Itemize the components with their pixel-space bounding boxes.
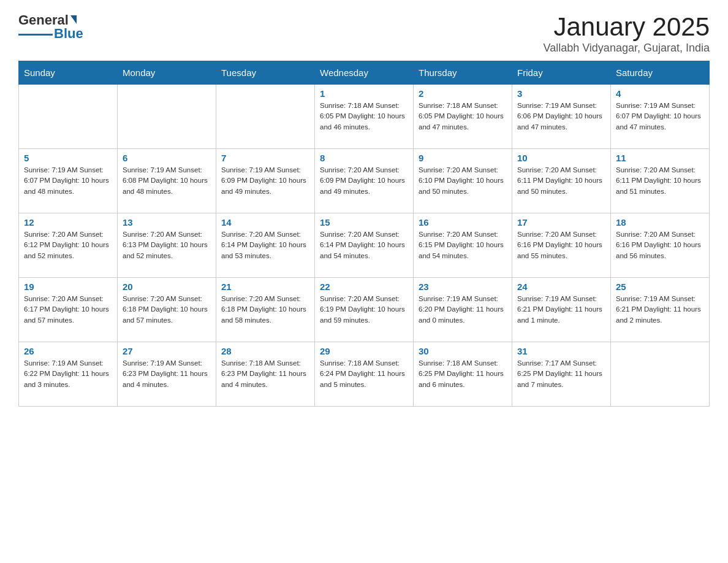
day-info: Sunrise: 7:20 AM Sunset: 6:14 PM Dayligh…: [320, 229, 408, 261]
day-info: Sunrise: 7:19 AM Sunset: 6:07 PM Dayligh…: [616, 101, 704, 132]
calendar-cell: 17Sunrise: 7:20 AM Sunset: 6:16 PM Dayli…: [512, 213, 611, 278]
day-number: 12: [24, 217, 112, 228]
calendar-cell: 16Sunrise: 7:20 AM Sunset: 6:15 PM Dayli…: [414, 213, 512, 278]
day-info: Sunrise: 7:18 AM Sunset: 6:05 PM Dayligh…: [320, 101, 408, 132]
day-number: 24: [517, 282, 605, 292]
day-info: Sunrise: 7:19 AM Sunset: 6:22 PM Dayligh…: [24, 358, 112, 390]
day-info: Sunrise: 7:20 AM Sunset: 6:11 PM Dayligh…: [616, 165, 704, 197]
day-info: Sunrise: 7:19 AM Sunset: 6:21 PM Dayligh…: [616, 294, 704, 326]
day-number: 14: [221, 217, 309, 228]
calendar-table: SundayMondayTuesdayWednesdayThursdayFrid…: [18, 61, 710, 407]
calendar-cell: 23Sunrise: 7:19 AM Sunset: 6:20 PM Dayli…: [414, 278, 512, 342]
calendar-cell: 30Sunrise: 7:18 AM Sunset: 6:25 PM Dayli…: [414, 342, 512, 407]
calendar-cell: [216, 85, 315, 149]
calendar-cell: 13Sunrise: 7:20 AM Sunset: 6:13 PM Dayli…: [118, 213, 216, 278]
day-info: Sunrise: 7:18 AM Sunset: 6:25 PM Dayligh…: [419, 358, 507, 390]
calendar-cell: 2Sunrise: 7:18 AM Sunset: 6:05 PM Daylig…: [414, 85, 512, 149]
day-info: Sunrise: 7:19 AM Sunset: 6:07 PM Dayligh…: [24, 165, 112, 197]
calendar-cell: 19Sunrise: 7:20 AM Sunset: 6:17 PM Dayli…: [19, 278, 118, 342]
day-info: Sunrise: 7:18 AM Sunset: 6:05 PM Dayligh…: [419, 101, 507, 132]
day-info: Sunrise: 7:20 AM Sunset: 6:14 PM Dayligh…: [221, 229, 309, 261]
calendar-cell: 3Sunrise: 7:19 AM Sunset: 6:06 PM Daylig…: [512, 85, 611, 149]
day-number: 10: [517, 153, 605, 163]
calendar-cell: 1Sunrise: 7:18 AM Sunset: 6:05 PM Daylig…: [315, 85, 414, 149]
day-info: Sunrise: 7:19 AM Sunset: 6:09 PM Dayligh…: [221, 165, 309, 197]
title-section: January 2025 Vallabh Vidyanagar, Gujarat…: [543, 12, 710, 55]
calendar-cell: 8Sunrise: 7:20 AM Sunset: 6:09 PM Daylig…: [315, 149, 414, 213]
day-info: Sunrise: 7:20 AM Sunset: 6:11 PM Dayligh…: [517, 165, 605, 197]
day-number: 19: [24, 282, 112, 292]
day-info: Sunrise: 7:19 AM Sunset: 6:20 PM Dayligh…: [419, 294, 507, 326]
day-info: Sunrise: 7:20 AM Sunset: 6:10 PM Dayligh…: [419, 165, 507, 197]
day-number: 4: [616, 88, 704, 99]
day-number: 15: [320, 217, 408, 228]
calendar-cell: 25Sunrise: 7:19 AM Sunset: 6:21 PM Dayli…: [611, 278, 710, 342]
day-number: 22: [320, 282, 408, 292]
day-number: 29: [320, 346, 408, 356]
day-number: 3: [517, 88, 605, 99]
page-header: General Blue January 2025 Vallabh Vidyan…: [18, 12, 710, 55]
calendar-cell: 10Sunrise: 7:20 AM Sunset: 6:11 PM Dayli…: [512, 149, 611, 213]
day-number: 28: [221, 346, 309, 356]
calendar-cell: 31Sunrise: 7:17 AM Sunset: 6:25 PM Dayli…: [512, 342, 611, 407]
calendar-cell: 11Sunrise: 7:20 AM Sunset: 6:11 PM Dayli…: [611, 149, 710, 213]
calendar-cell: 14Sunrise: 7:20 AM Sunset: 6:14 PM Dayli…: [216, 213, 315, 278]
day-info: Sunrise: 7:19 AM Sunset: 6:08 PM Dayligh…: [123, 165, 211, 197]
calendar-cell: [118, 85, 216, 149]
day-info: Sunrise: 7:20 AM Sunset: 6:09 PM Dayligh…: [320, 165, 408, 197]
calendar-cell: 26Sunrise: 7:19 AM Sunset: 6:22 PM Dayli…: [19, 342, 118, 407]
day-header-tuesday: Tuesday: [216, 61, 315, 85]
calendar-cell: 20Sunrise: 7:20 AM Sunset: 6:18 PM Dayli…: [118, 278, 216, 342]
day-info: Sunrise: 7:19 AM Sunset: 6:06 PM Dayligh…: [517, 101, 605, 132]
calendar-cell: [19, 85, 118, 149]
day-header-wednesday: Wednesday: [315, 61, 414, 85]
day-number: 2: [419, 88, 507, 99]
calendar-cell: 15Sunrise: 7:20 AM Sunset: 6:14 PM Dayli…: [315, 213, 414, 278]
day-number: 7: [221, 153, 309, 163]
calendar-cell: 5Sunrise: 7:19 AM Sunset: 6:07 PM Daylig…: [19, 149, 118, 213]
calendar-week-row: 12Sunrise: 7:20 AM Sunset: 6:12 PM Dayli…: [19, 213, 710, 278]
calendar-cell: 29Sunrise: 7:18 AM Sunset: 6:24 PM Dayli…: [315, 342, 414, 407]
day-info: Sunrise: 7:20 AM Sunset: 6:19 PM Dayligh…: [320, 294, 408, 326]
day-number: 20: [123, 282, 211, 292]
calendar-cell: 24Sunrise: 7:19 AM Sunset: 6:21 PM Dayli…: [512, 278, 611, 342]
day-info: Sunrise: 7:20 AM Sunset: 6:15 PM Dayligh…: [419, 229, 507, 261]
day-number: 21: [221, 282, 309, 292]
calendar-cell: 28Sunrise: 7:18 AM Sunset: 6:23 PM Dayli…: [216, 342, 315, 407]
day-header-friday: Friday: [512, 61, 611, 85]
day-number: 5: [24, 153, 112, 163]
day-number: 8: [320, 153, 408, 163]
logo-arrow-icon: [70, 15, 77, 24]
calendar-week-row: 5Sunrise: 7:19 AM Sunset: 6:07 PM Daylig…: [19, 149, 710, 213]
day-number: 18: [616, 217, 704, 228]
day-header-monday: Monday: [118, 61, 216, 85]
day-info: Sunrise: 7:20 AM Sunset: 6:16 PM Dayligh…: [517, 229, 605, 261]
day-info: Sunrise: 7:18 AM Sunset: 6:24 PM Dayligh…: [320, 358, 408, 390]
day-info: Sunrise: 7:19 AM Sunset: 6:23 PM Dayligh…: [123, 358, 211, 390]
day-number: 11: [616, 153, 704, 163]
day-info: Sunrise: 7:20 AM Sunset: 6:16 PM Dayligh…: [616, 229, 704, 261]
day-number: 23: [419, 282, 507, 292]
day-info: Sunrise: 7:20 AM Sunset: 6:17 PM Dayligh…: [24, 294, 112, 326]
day-number: 13: [123, 217, 211, 228]
calendar-cell: 9Sunrise: 7:20 AM Sunset: 6:10 PM Daylig…: [414, 149, 512, 213]
day-number: 26: [24, 346, 112, 356]
calendar-cell: [611, 342, 710, 407]
calendar-cell: 4Sunrise: 7:19 AM Sunset: 6:07 PM Daylig…: [611, 85, 710, 149]
calendar-cell: 12Sunrise: 7:20 AM Sunset: 6:12 PM Dayli…: [19, 213, 118, 278]
day-header-sunday: Sunday: [19, 61, 118, 85]
calendar-header-row: SundayMondayTuesdayWednesdayThursdayFrid…: [19, 61, 710, 85]
day-number: 16: [419, 217, 507, 228]
day-info: Sunrise: 7:20 AM Sunset: 6:12 PM Dayligh…: [24, 229, 112, 261]
calendar-cell: 21Sunrise: 7:20 AM Sunset: 6:18 PM Dayli…: [216, 278, 315, 342]
calendar-cell: 27Sunrise: 7:19 AM Sunset: 6:23 PM Dayli…: [118, 342, 216, 407]
day-info: Sunrise: 7:20 AM Sunset: 6:13 PM Dayligh…: [123, 229, 211, 261]
calendar-cell: 6Sunrise: 7:19 AM Sunset: 6:08 PM Daylig…: [118, 149, 216, 213]
day-info: Sunrise: 7:20 AM Sunset: 6:18 PM Dayligh…: [123, 294, 211, 326]
day-number: 9: [419, 153, 507, 163]
day-number: 25: [616, 282, 704, 292]
calendar-subtitle: Vallabh Vidyanagar, Gujarat, India: [543, 42, 710, 55]
calendar-week-row: 26Sunrise: 7:19 AM Sunset: 6:22 PM Dayli…: [19, 342, 710, 407]
day-number: 31: [517, 346, 605, 356]
calendar-week-row: 1Sunrise: 7:18 AM Sunset: 6:05 PM Daylig…: [19, 85, 710, 149]
